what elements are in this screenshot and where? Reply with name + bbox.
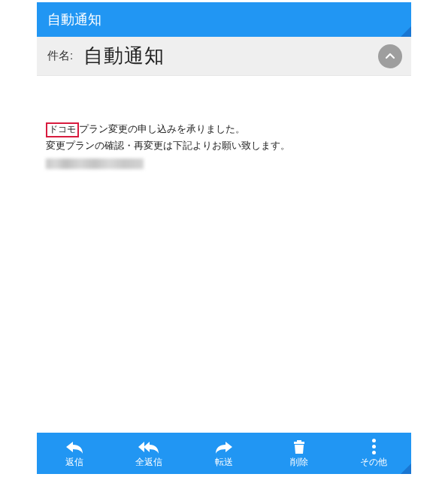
subject-label: 件名:: [47, 49, 73, 63]
toolbar-dropdown-indicator[interactable]: [401, 463, 411, 474]
subject-bar: 件名: 自動通知: [37, 37, 411, 76]
reply-label: 返信: [65, 456, 83, 469]
more-vertical-icon: [372, 439, 376, 455]
collapse-button[interactable]: [378, 44, 402, 68]
subject-value: 自動通知: [83, 43, 368, 69]
title-bar: 自動通知: [37, 2, 411, 37]
body-line-2: 変更プランの確認・再変更は下記よりお願い致します。: [46, 140, 290, 151]
trash-icon: [291, 439, 307, 455]
more-label: その他: [360, 456, 387, 469]
reply-all-button[interactable]: 全返信: [112, 433, 187, 474]
bottom-toolbar: 返信 全返信 転送 削除: [37, 433, 411, 474]
reply-button[interactable]: 返信: [37, 433, 112, 474]
redacted-text: [46, 158, 144, 169]
title-dropdown-indicator[interactable]: [401, 26, 411, 37]
title-text: 自動通知: [47, 11, 101, 29]
reply-icon: [64, 439, 85, 455]
mail-viewer: 自動通知 件名: 自動通知 ドコモプラン変更の申し込みを承りました。 変更プラン…: [36, 2, 412, 475]
svg-rect-0: [294, 442, 304, 444]
message-body: ドコモプラン変更の申し込みを承りました。 変更プランの確認・再変更は下記よりお願…: [37, 76, 411, 433]
forward-button[interactable]: 転送: [186, 433, 262, 474]
delete-label: 削除: [290, 456, 308, 469]
svg-rect-1: [297, 440, 301, 442]
chevron-up-icon: [384, 50, 396, 62]
forward-icon: [213, 439, 235, 455]
body-line-1: プラン変更の申し込みを承りました。: [79, 123, 245, 134]
reply-all-label: 全返信: [135, 456, 162, 469]
forward-label: 転送: [215, 456, 233, 469]
reply-all-icon: [137, 439, 161, 455]
highlighted-keyword: ドコモ: [46, 122, 79, 137]
delete-button[interactable]: 削除: [262, 433, 337, 474]
